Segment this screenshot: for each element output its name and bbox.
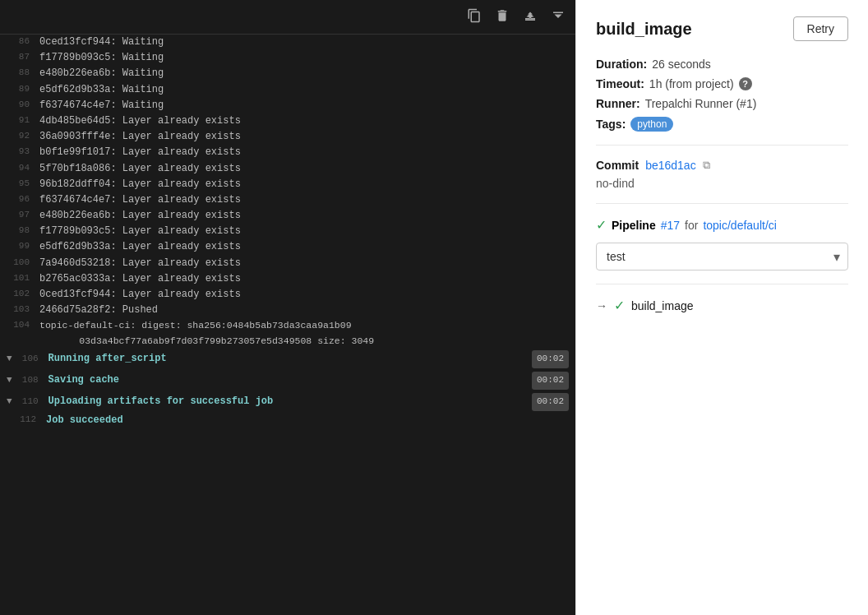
divider-2 — [596, 203, 848, 204]
runner-row: Runner: Trepalchi Runner (#1) — [596, 97, 848, 110]
log-section-after-script[interactable]: ▼ 106 Running after_script 00:02 — [0, 349, 575, 370]
job-dropdown-container: test ▾ — [596, 243, 848, 271]
info-panel: build_image Retry Duration: 26 seconds T… — [575, 0, 868, 615]
log-line: 88 e480b226ea6b: Waiting — [0, 66, 575, 81]
retry-button[interactable]: Retry — [793, 16, 848, 41]
log-line: 91 4db485be64d5: Layer already exists — [0, 113, 575, 129]
tag-badge[interactable]: python — [630, 117, 673, 132]
log-line-104: 104 topic-default-ci: digest: sha256:048… — [0, 318, 575, 349]
help-icon[interactable]: ? — [739, 77, 752, 90]
log-line: 92 36a0903fff4e: Layer already exists — [0, 129, 575, 145]
log-line: 96 f6374674c4e7: Layer already exists — [0, 192, 575, 208]
scroll-bottom-icon[interactable] — [551, 8, 566, 26]
page-title: build_image — [596, 20, 692, 39]
duration-row: Duration: 26 seconds — [596, 58, 848, 71]
svg-rect-1 — [553, 12, 563, 13]
chevron-icon: ▼ — [7, 394, 12, 410]
copy-commit-icon[interactable]: ⧉ — [703, 159, 710, 172]
pipeline-section: ✓ Pipeline #17 for topic/default/ci test… — [596, 217, 848, 271]
branch-text: no-dind — [596, 177, 848, 190]
copy-raw-icon[interactable] — [467, 8, 482, 26]
tags-row: Tags: python — [596, 117, 848, 132]
scroll-top-icon[interactable] — [523, 8, 538, 26]
log-panel: 86 0ced13fcf944: Waiting 87 f17789b093c5… — [0, 0, 575, 615]
pipeline-link[interactable]: #17 — [661, 219, 680, 232]
current-job-name: build_image — [631, 299, 694, 312]
log-line-final: 112 Job succeeded — [0, 413, 575, 428]
log-line: 87 f17789b093c5: Waiting — [0, 50, 575, 66]
commit-row: Commit be16d1ac ⧉ — [596, 159, 848, 172]
job-header: build_image Retry — [596, 16, 848, 41]
job-success-icon: ✓ — [614, 298, 625, 313]
commit-section: Commit be16d1ac ⧉ no-dind — [596, 159, 848, 190]
log-line: 99 e5df62d9b33a: Layer already exists — [0, 239, 575, 255]
log-line: 89 e5df62d9b33a: Waiting — [0, 82, 575, 98]
log-line: 97 e480b226ea6b: Layer already exists — [0, 208, 575, 224]
commit-hash-link[interactable]: be16d1ac — [645, 159, 696, 172]
log-line: 86 0ced13fcf944: Waiting — [0, 35, 575, 50]
arrow-right-icon: → — [596, 299, 607, 312]
svg-rect-0 — [525, 19, 535, 21]
divider-1 — [596, 145, 848, 146]
divider-3 — [596, 284, 848, 284]
log-section-saving-cache[interactable]: ▼ 108 Saving cache 00:02 — [0, 370, 575, 391]
current-job-row: → ✓ build_image — [596, 298, 848, 313]
log-line: 90 f6374674c4e7: Waiting — [0, 98, 575, 113]
log-section-uploading-artifacts[interactable]: ▼ 110 Uploading artifacts for successful… — [0, 391, 575, 413]
log-line: 101 b2765ac0333a: Layer already exists — [0, 271, 575, 287]
log-line: 102 0ced13fcf944: Layer already exists — [0, 287, 575, 303]
pipeline-ref-link[interactable]: topic/default/ci — [703, 219, 777, 232]
timeout-row: Timeout: 1h (from project) ? — [596, 77, 848, 90]
log-line: 103 2466d75a28f2: Pushed — [0, 303, 575, 318]
pipeline-success-icon: ✓ — [596, 217, 607, 233]
log-content: 86 0ced13fcf944: Waiting 87 f17789b093c5… — [0, 35, 575, 615]
chevron-icon: ▼ — [7, 351, 12, 368]
delete-icon[interactable] — [495, 8, 510, 26]
chevron-icon: ▼ — [7, 372, 12, 389]
log-line: 100 7a9460d53218: Layer already exists — [0, 256, 575, 271]
log-line: 94 5f70bf18a086: Layer already exists — [0, 161, 575, 177]
log-line: 93 b0f1e99f1017: Layer already exists — [0, 145, 575, 160]
job-meta: Duration: 26 seconds Timeout: 1h (from p… — [596, 58, 848, 132]
log-line: 98 f17789b093c5: Layer already exists — [0, 224, 575, 239]
log-toolbar — [0, 0, 575, 35]
job-select-dropdown[interactable]: test — [596, 243, 848, 271]
log-line: 95 96b182ddff04: Layer already exists — [0, 177, 575, 192]
pipeline-row: ✓ Pipeline #17 for topic/default/ci — [596, 217, 848, 233]
